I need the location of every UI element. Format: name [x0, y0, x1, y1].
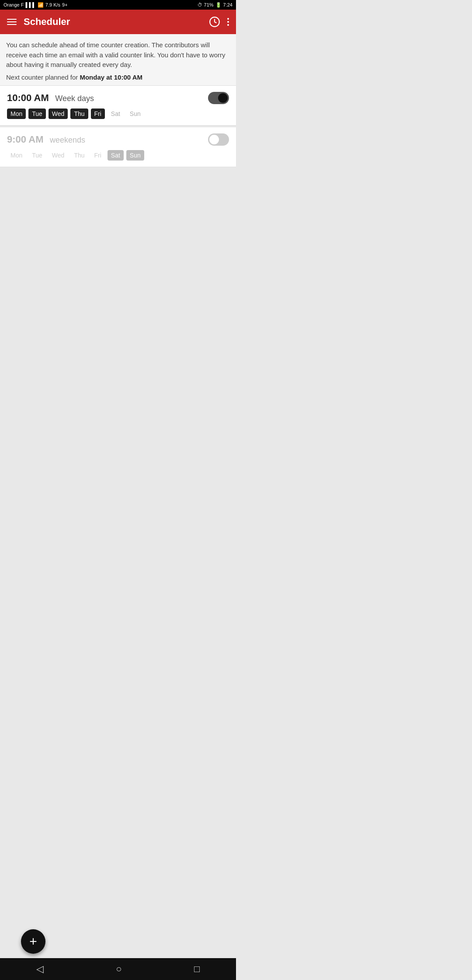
schedule-card-weekends: 9:00 AM weekends Mon Tue Wed Thu Fri Sat… [0, 127, 236, 167]
status-bar: Orange F ▌▌▌ 📶 7.9 K/s 9+ ⏱ 71% 🔋 7:24 [0, 0, 236, 10]
day-tue-active[interactable]: Tue [28, 108, 46, 119]
app-title: Scheduler [24, 16, 202, 28]
hamburger-icon[interactable] [7, 19, 17, 25]
dot-3 [227, 24, 229, 26]
hamburger-line-3 [7, 24, 17, 25]
schedule-time-label-group-2: 9:00 AM weekends [7, 134, 85, 145]
toggle-thumb-weekdays [218, 93, 228, 103]
day-mon-disabled[interactable]: Mon [7, 150, 26, 161]
app-bar: Scheduler [0, 10, 236, 34]
hamburger-line-2 [7, 21, 17, 22]
day-tue-disabled[interactable]: Tue [28, 150, 46, 161]
day-thu-active[interactable]: Thu [70, 108, 88, 119]
next-counter-highlight: Monday at 10:00 AM [80, 74, 142, 81]
battery-text: 71% [204, 2, 214, 7]
schedule-time-label-group: 10:00 AM Week days [7, 92, 94, 104]
toggle-weekends[interactable] [208, 133, 229, 146]
toggle-track-weekends[interactable] [208, 133, 229, 146]
schedule-label-1: Week days [55, 94, 94, 103]
clock-icon[interactable] [209, 16, 220, 28]
status-left: Orange F ▌▌▌ 📶 7.9 K/s 9+ [3, 2, 68, 8]
time-text: 7:24 [223, 2, 233, 7]
schedule-time-2: 9:00 AM [7, 134, 44, 145]
dot-1 [227, 18, 229, 20]
day-sat-inactive[interactable]: Sat [108, 108, 124, 119]
day-sat-disabled-active[interactable]: Sat [108, 150, 124, 161]
schedule-days-weekends: Mon Tue Wed Thu Fri Sat Sun [7, 150, 229, 161]
info-description: You can schedule ahead of time counter c… [6, 40, 230, 70]
status-right: ⏱ 71% 🔋 7:24 [198, 2, 233, 8]
dot-2 [227, 21, 229, 23]
day-mon-active[interactable]: Mon [7, 108, 26, 119]
notification-count: 9+ [62, 2, 68, 7]
main-content: You can schedule ahead of time counter c… [0, 34, 236, 195]
day-thu-disabled[interactable]: Thu [70, 150, 88, 161]
info-section: You can schedule ahead of time counter c… [0, 34, 236, 86]
schedule-days-weekdays: Mon Tue Wed Thu Fri Sat Sun [7, 108, 229, 119]
day-wed-disabled[interactable]: Wed [49, 150, 68, 161]
day-sun-disabled-active[interactable]: Sun [126, 150, 144, 161]
schedule-label-2: weekends [50, 136, 85, 144]
battery-icon: 🔋 [215, 2, 222, 8]
carrier-text: Orange F [3, 2, 24, 7]
wifi-icon: 📶 [38, 2, 44, 8]
toggle-track-weekdays[interactable] [208, 92, 229, 104]
day-wed-active[interactable]: Wed [49, 108, 68, 119]
schedule-row-2: 9:00 AM weekends [7, 133, 229, 146]
day-sun-inactive[interactable]: Sun [126, 108, 144, 119]
network-speed: 7.9 K/s [45, 2, 60, 7]
day-fri-disabled[interactable]: Fri [91, 150, 105, 161]
signal-icon: ▌▌▌ [25, 2, 35, 7]
schedule-time-1: 10:00 AM [7, 92, 49, 103]
next-counter-prefix: Next counter planned for [6, 74, 80, 81]
toggle-weekdays[interactable] [208, 92, 229, 104]
hamburger-line-1 [7, 19, 17, 20]
toggle-thumb-weekends [209, 135, 219, 144]
alarm-icon: ⏱ [198, 2, 202, 7]
day-fri-active[interactable]: Fri [91, 108, 105, 119]
next-counter-text: Next counter planned for Monday at 10:00… [6, 74, 230, 81]
more-menu-icon[interactable] [227, 18, 229, 26]
schedule-card-weekdays: 10:00 AM Week days Mon Tue Wed Thu Fri S… [0, 86, 236, 126]
schedule-row-1: 10:00 AM Week days [7, 92, 229, 104]
